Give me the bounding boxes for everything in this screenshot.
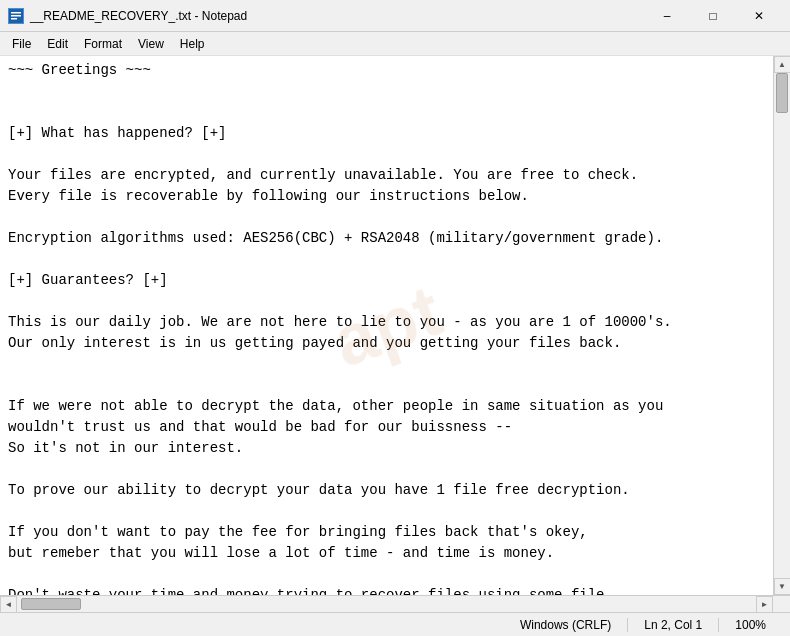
vertical-scrollbar[interactable]: ▲ ▼ — [773, 56, 790, 595]
status-encoding: Windows (CRLF) — [504, 618, 628, 632]
app-icon — [8, 8, 24, 24]
scroll-down-arrow[interactable]: ▼ — [774, 578, 791, 595]
minimize-button[interactable]: – — [644, 0, 690, 32]
scroll-up-arrow[interactable]: ▲ — [774, 56, 791, 73]
horizontal-scrollbar-container: ◄ ► — [0, 595, 790, 612]
status-bar: Windows (CRLF) Ln 2, Col 1 100% — [0, 612, 790, 636]
scroll-track[interactable] — [774, 73, 790, 578]
status-position: Ln 2, Col 1 — [628, 618, 719, 632]
scrollbar-corner — [773, 596, 790, 613]
close-button[interactable]: ✕ — [736, 0, 782, 32]
window-title: __README_RECOVERY_.txt - Notepad — [30, 9, 644, 23]
content-area: apt ▲ ▼ — [0, 56, 790, 595]
menu-view[interactable]: View — [130, 35, 172, 53]
text-container: apt — [0, 56, 773, 595]
menu-format[interactable]: Format — [76, 35, 130, 53]
scroll-thumb[interactable] — [776, 73, 788, 113]
scroll-left-arrow[interactable]: ◄ — [0, 596, 17, 613]
window-controls: – □ ✕ — [644, 0, 782, 32]
status-zoom: 100% — [719, 618, 782, 632]
h-scroll-thumb[interactable] — [21, 598, 81, 610]
svg-rect-1 — [11, 12, 21, 14]
h-scroll-track[interactable] — [17, 596, 756, 612]
menu-bar: File Edit Format View Help — [0, 32, 790, 56]
svg-rect-2 — [11, 15, 21, 17]
text-editor[interactable] — [0, 56, 773, 595]
menu-edit[interactable]: Edit — [39, 35, 76, 53]
scroll-right-arrow[interactable]: ► — [756, 596, 773, 613]
maximize-button[interactable]: □ — [690, 0, 736, 32]
svg-rect-3 — [11, 18, 17, 20]
menu-file[interactable]: File — [4, 35, 39, 53]
title-bar: __README_RECOVERY_.txt - Notepad – □ ✕ — [0, 0, 790, 32]
menu-help[interactable]: Help — [172, 35, 213, 53]
